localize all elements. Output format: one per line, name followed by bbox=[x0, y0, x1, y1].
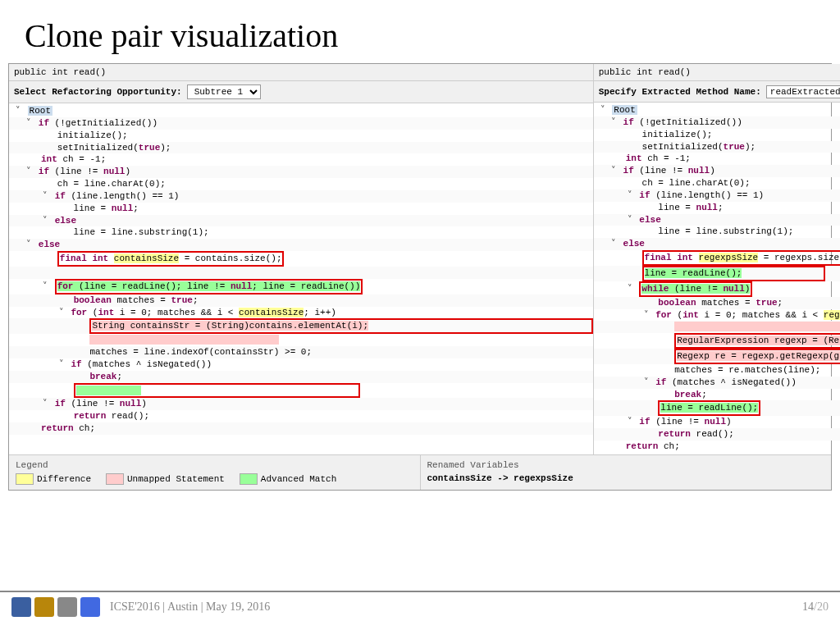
root-node-left[interactable]: Root bbox=[28, 106, 52, 116]
left-pane: public int read() Select Refactoring Opp… bbox=[9, 64, 594, 454]
extracted-method-input[interactable] bbox=[766, 85, 840, 98]
chevron-down-icon[interactable]: ˅ bbox=[41, 215, 49, 227]
highlight-diff-box: final int containsSize = contains.size()… bbox=[57, 251, 285, 267]
right-code-tree[interactable]: ˅ Root ˅ if (!getInitialized()) initiali… bbox=[594, 103, 840, 454]
chevron-down-icon[interactable]: ˅ bbox=[626, 283, 634, 295]
highlight-adv-box: for (line = readLine(); line != null; li… bbox=[55, 279, 363, 294]
chevron-down-icon[interactable]: ˅ bbox=[25, 239, 33, 251]
logo-icon bbox=[57, 597, 77, 617]
chevron-down-icon[interactable]: ˅ bbox=[626, 189, 634, 202]
chevron-down-icon[interactable]: ˅ bbox=[41, 398, 49, 410]
method-signature-left: public int read() bbox=[9, 64, 593, 81]
highlight-diff-box: final int regexpsSize = regexps.size(); bbox=[642, 250, 840, 266]
highlight-adv-row-empty bbox=[74, 383, 360, 399]
chevron-down-icon[interactable]: ˅ bbox=[609, 116, 618, 129]
root-node-right[interactable]: Root bbox=[612, 105, 637, 115]
logo-icon bbox=[11, 597, 31, 617]
chevron-down-icon[interactable]: ˅ bbox=[57, 307, 66, 319]
chevron-down-icon[interactable]: ˅ bbox=[626, 214, 634, 226]
chevron-down-icon[interactable]: ˅ bbox=[642, 377, 651, 389]
highlight-adv-box: while (line != null) bbox=[639, 281, 752, 297]
chevron-down-icon[interactable]: ˅ bbox=[25, 166, 33, 178]
chevron-down-icon[interactable]: ˅ bbox=[25, 117, 33, 130]
highlight-unmapped-row: String containsStr = (String)contains.el… bbox=[89, 318, 592, 334]
visualization-panel: public int read() Select Refactoring Opp… bbox=[8, 63, 832, 491]
extracted-method-label: Specify Extracted Method Name: bbox=[599, 87, 761, 97]
page-number: 14/20 bbox=[802, 600, 829, 614]
left-code-tree[interactable]: ˅ Root ˅ if (!getInitialized()) initiali… bbox=[9, 103, 593, 436]
chevron-down-icon[interactable]: ˅ bbox=[626, 416, 634, 428]
chevron-down-icon[interactable]: ˅ bbox=[57, 358, 66, 371]
chevron-down-icon[interactable]: ˅ bbox=[599, 104, 607, 116]
chevron-down-icon[interactable]: ˅ bbox=[14, 105, 22, 117]
highlight-unmapped-row: RegularExpression regexp = (RegularExpre… bbox=[674, 333, 840, 349]
chevron-down-icon[interactable]: ˅ bbox=[41, 281, 49, 293]
left-controls: Select Refactoring Opportunity: Subtree … bbox=[9, 81, 593, 103]
slide-footer: ICSE'2016 | Austin | May 19, 2016 14/20 bbox=[0, 591, 840, 622]
legend-panel: Legend Difference Unmapped Statement Adv… bbox=[9, 455, 421, 490]
chevron-down-icon[interactable]: ˅ bbox=[642, 309, 651, 322]
legend-item-advanced: Advanced Match bbox=[240, 473, 336, 485]
refactoring-opportunity-label: Select Refactoring Opportunity: bbox=[14, 87, 182, 97]
right-controls: Specify Extracted Method Name: bbox=[594, 81, 840, 103]
footer-text: ICSE'2016 | Austin | May 19, 2016 bbox=[110, 600, 270, 614]
renamed-entry: containsSize -> regexpsSize bbox=[427, 473, 825, 483]
renamed-title: Renamed Variables bbox=[427, 460, 825, 470]
legend-item-unmapped: Unmapped Statement bbox=[106, 473, 225, 485]
logo-icon bbox=[80, 597, 100, 617]
highlight-adv-row: line = readLine(); bbox=[642, 266, 826, 281]
renamed-variables-panel: Renamed Variables containsSize -> regexp… bbox=[421, 455, 832, 490]
slide-title: Clone pair visualization bbox=[0, 0, 840, 63]
method-signature-right: public int read() bbox=[594, 64, 840, 81]
chevron-down-icon[interactable]: ˅ bbox=[609, 238, 618, 250]
logo-icon bbox=[34, 597, 54, 617]
subtree-dropdown[interactable]: Subtree 1 bbox=[187, 84, 261, 99]
legend-title: Legend bbox=[16, 460, 413, 470]
highlight-adv-row: line = readLine(); bbox=[658, 400, 760, 416]
legend-item-difference: Difference bbox=[16, 473, 91, 485]
highlight-unmapped-row: Regexp re = regexp.getRegexp(getProject(… bbox=[674, 349, 840, 364]
right-pane: public int read() Specify Extracted Meth… bbox=[594, 64, 840, 454]
chevron-down-icon[interactable]: ˅ bbox=[41, 190, 49, 203]
chevron-down-icon[interactable]: ˅ bbox=[609, 165, 618, 177]
